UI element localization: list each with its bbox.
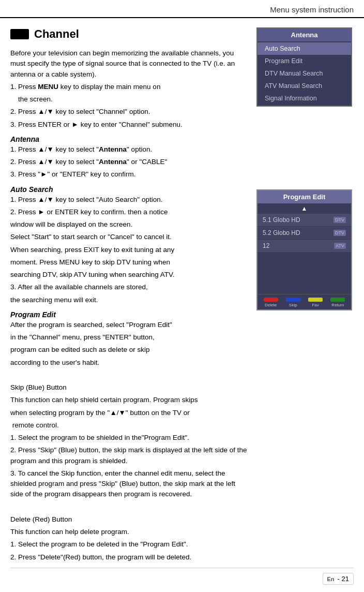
channel-section-title: Channel (34, 27, 79, 41)
return-color-btn (330, 298, 345, 302)
bottom-rule (10, 568, 354, 568)
skip-color-btn (286, 298, 300, 302)
language-label: En (327, 576, 335, 582)
fav-label: Fav (312, 303, 318, 307)
program-name-3: 12 (263, 242, 334, 249)
left-column: Channel Before your television can begin… (10, 27, 256, 568)
page-footer: En - 21 (323, 573, 354, 585)
section-heading: Channel (10, 27, 248, 41)
program-badge-2: DTV (333, 230, 346, 236)
program-row-3[interactable]: 12 ATV (257, 240, 351, 252)
delete-label: Delete (265, 303, 277, 307)
auto-search-text: 1. Press ▲/▼ key to select "Auto Search"… (10, 195, 248, 305)
page-title: Menu system instruction (270, 5, 354, 14)
page-number: - 21 (338, 575, 349, 583)
program-edit-box: Program Edit ▲ 5.1 Globo HD DTV 5.2 Glob… (256, 189, 352, 310)
antenna-menu-box: Antenna Auto Search Program Edit DTV Man… (256, 27, 352, 107)
right-column: Antenna Auto Search Program Edit DTV Man… (256, 27, 354, 568)
return-label: Return (331, 303, 344, 307)
skip-button[interactable]: Skip (286, 298, 300, 307)
program-row-1[interactable]: 5.1 Globo HD DTV (257, 214, 351, 226)
program-edit-header: Program Edit (257, 190, 351, 203)
intro-text: Before your television can begin memoriz… (10, 48, 248, 130)
program-edit-title: Program Edit (10, 310, 248, 319)
menu-item-signal-information[interactable]: Signal Information (257, 92, 351, 105)
delete-color-btn (264, 298, 278, 302)
program-badge-3: ATV (334, 243, 346, 249)
program-edit-text: After the program is searched, select "P… (10, 320, 248, 563)
antenna-text: 1. Press ▲/▼ key to select "Antenna" opt… (10, 144, 248, 180)
menu-item-atv-manual-search[interactable]: ATV Manual Search (257, 80, 351, 92)
auto-search-title: Auto Search (10, 185, 248, 194)
antenna-menu-content: Auto Search Program Edit DTV Manual Sear… (257, 41, 351, 106)
program-name-1: 5.1 Globo HD (263, 216, 333, 224)
skip-label: Skip (289, 303, 297, 307)
program-name-2: 5.2 Globo HD (263, 229, 333, 236)
antenna-menu-header: Antenna (257, 28, 351, 41)
delete-button[interactable]: Delete (264, 298, 278, 307)
menu-item-auto-search[interactable]: Auto Search (257, 42, 351, 55)
program-edit-footer: Delete Skip Fav Return (257, 294, 351, 309)
program-row-2[interactable]: 5.2 Globo HD DTV (257, 227, 351, 239)
program-badge-1: DTV (333, 217, 346, 223)
page-header: Menu system instruction (0, 0, 364, 18)
antenna-title: Antenna (10, 135, 248, 143)
title-bar-icon (10, 29, 29, 39)
return-button[interactable]: Return (330, 298, 345, 307)
menu-item-program-edit[interactable]: Program Edit (257, 55, 351, 67)
program-up-arrow: ▲ (257, 203, 351, 214)
menu-item-dtv-manual-search[interactable]: DTV Manual Search (257, 67, 351, 80)
fav-button[interactable]: Fav (308, 298, 323, 307)
fav-color-btn (308, 298, 323, 302)
